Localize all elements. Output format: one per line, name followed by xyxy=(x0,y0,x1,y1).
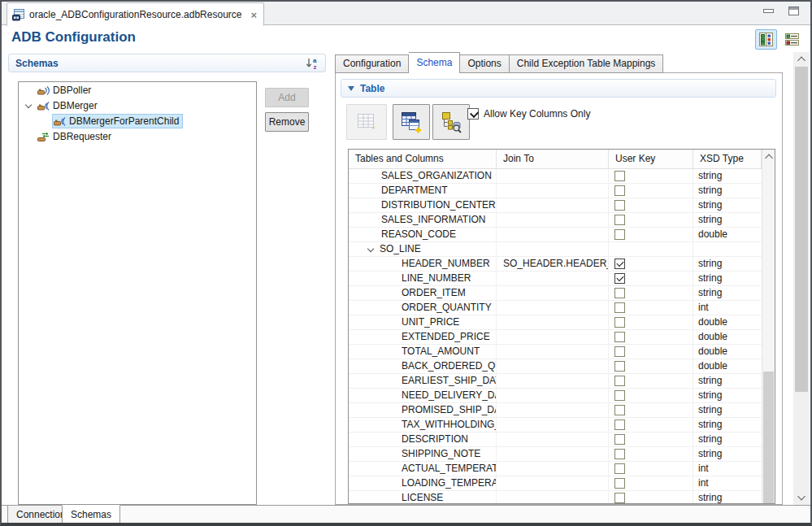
user-key-checkbox[interactable] xyxy=(614,493,625,503)
user-key-checkbox[interactable] xyxy=(614,434,625,445)
table-section-header[interactable]: Table xyxy=(341,79,776,98)
column-header-xsd-type[interactable]: XSD Type xyxy=(693,150,762,168)
user-key-checkbox[interactable] xyxy=(614,390,625,401)
user-key-checkbox[interactable] xyxy=(614,215,625,225)
cell-join-to[interactable] xyxy=(497,198,609,213)
table-row[interactable]: DEPARTMENTstring xyxy=(349,184,762,198)
user-key-checkbox[interactable] xyxy=(614,171,625,181)
table-row[interactable]: LOADING_TEMPERATURint xyxy=(349,476,762,491)
table-row[interactable]: DESCRIPTIONstring xyxy=(349,433,762,447)
tree-item-dbrequester[interactable]: DBRequester xyxy=(19,128,256,144)
user-key-checkbox[interactable] xyxy=(614,478,625,489)
cell-join-to[interactable] xyxy=(497,330,609,345)
cell-join-to[interactable] xyxy=(497,403,609,418)
table-row[interactable]: ORDER_ITEMstring xyxy=(349,286,762,301)
table-row[interactable]: SO_LINE xyxy=(349,242,762,257)
tab-configuration[interactable]: Configuration xyxy=(335,54,409,73)
allow-key-columns-checkbox[interactable] xyxy=(467,108,479,120)
user-key-checkbox[interactable] xyxy=(614,332,625,342)
scroll-up-icon[interactable] xyxy=(762,150,775,163)
panel-scrollbar-thumb[interactable] xyxy=(795,67,808,392)
collapse-triangle-icon[interactable] xyxy=(348,86,354,91)
table-row[interactable]: EXTENDED_PRICEdouble xyxy=(349,330,762,345)
tree-item-dbpoller[interactable]: DBPoller xyxy=(19,82,256,98)
user-key-checkbox[interactable] xyxy=(614,288,625,298)
form-columns-view-icon[interactable] xyxy=(755,29,777,50)
panel-vertical-scrollbar[interactable] xyxy=(793,52,810,505)
cell-join-to[interactable] xyxy=(497,242,609,257)
cell-join-to[interactable] xyxy=(497,213,609,228)
add-child-table-button[interactable] xyxy=(393,104,430,140)
cell-join-to[interactable] xyxy=(497,374,609,389)
table-row[interactable]: LINE_NUMBERstring xyxy=(349,272,762,286)
remove-button[interactable]: Remove xyxy=(265,112,309,132)
column-header-user-key[interactable]: User Key xyxy=(609,150,693,168)
restore-icon[interactable] xyxy=(788,7,799,15)
editor-tab[interactable]: oracle_ADBConfigurationResource.adbResou… xyxy=(7,2,264,26)
tab-options[interactable]: Options xyxy=(460,54,509,73)
tab-schemas[interactable]: Schemas xyxy=(62,505,120,524)
add-button[interactable]: Add xyxy=(265,88,309,107)
cell-join-to[interactable] xyxy=(497,359,609,374)
table-row[interactable]: DISTRIBUTION_CENTERstring xyxy=(349,198,762,213)
tab-child-exception-table-mappings[interactable]: Child Exception Table Mappings xyxy=(510,54,664,73)
table-row[interactable]: REASON_CODEdouble xyxy=(349,228,762,242)
tab-schema[interactable]: Schema xyxy=(409,52,460,73)
column-header-tables-and-columns[interactable]: Tables and Columns xyxy=(349,150,497,168)
user-key-checkbox[interactable] xyxy=(614,273,625,284)
form-rows-view-icon[interactable] xyxy=(781,29,803,50)
user-key-checkbox[interactable] xyxy=(614,302,625,313)
tree-item-dbmergerforparentchild[interactable]: DBMergerForParentChild xyxy=(19,113,256,128)
user-key-checkbox[interactable] xyxy=(614,346,625,357)
table-row[interactable]: SALES_INFORMATIONstring xyxy=(349,213,762,228)
user-key-checkbox[interactable] xyxy=(614,463,625,474)
minimize-icon[interactable] xyxy=(763,9,774,13)
cell-join-to[interactable] xyxy=(497,345,609,359)
cell-join-to[interactable] xyxy=(497,184,609,198)
table-row[interactable]: TOTAL_AMOUNTdouble xyxy=(349,345,762,359)
chevron-down-icon[interactable] xyxy=(367,246,374,252)
user-key-checkbox[interactable] xyxy=(614,419,625,430)
column-header-join-to[interactable]: Join To xyxy=(497,150,609,168)
cell-join-to[interactable] xyxy=(497,491,609,503)
table-row[interactable]: ACTUAL_TEMPERATUREint xyxy=(349,462,762,476)
user-key-checkbox[interactable] xyxy=(614,449,625,459)
cell-join-to[interactable] xyxy=(497,476,609,491)
cell-join-to[interactable] xyxy=(497,418,609,433)
parent-child-lookup-button[interactable] xyxy=(432,104,470,140)
user-key-checkbox[interactable] xyxy=(614,376,625,386)
table-row[interactable]: PROMISED_SHIP_DATEstring xyxy=(349,403,762,418)
user-key-checkbox[interactable] xyxy=(614,317,625,328)
table-scrollbar-thumb[interactable] xyxy=(763,372,774,503)
panel-scroll-down-icon[interactable] xyxy=(793,491,810,505)
table-row[interactable]: SALES_ORGANIZATIONstring xyxy=(349,169,762,184)
table-row[interactable]: TAX_WITHHOLDING_EXstring xyxy=(349,418,762,433)
cell-join-to[interactable] xyxy=(497,462,609,476)
table-row[interactable]: UNIT_PRICEdouble xyxy=(349,315,762,330)
cell-join-to[interactable]: SO_HEADER.HEADER_NU... xyxy=(497,257,609,272)
user-key-checkbox[interactable] xyxy=(614,229,625,240)
cell-join-to[interactable] xyxy=(497,433,609,447)
cell-join-to[interactable] xyxy=(497,389,609,403)
panel-scroll-up-icon[interactable] xyxy=(793,52,810,66)
cell-join-to[interactable] xyxy=(497,315,609,330)
table-row[interactable]: EARLIEST_SHIP_DATEstring xyxy=(349,374,762,389)
user-key-checkbox[interactable] xyxy=(614,259,625,269)
table-row[interactable]: ORDER_QUANTITYint xyxy=(349,301,762,315)
table-row[interactable]: HEADER_NUMBERSO_HEADER.HEADER_NU...strin… xyxy=(349,257,762,272)
cell-join-to[interactable] xyxy=(497,301,609,315)
close-icon[interactable]: × xyxy=(250,9,257,21)
table-row[interactable]: LICENSEstring xyxy=(349,491,762,503)
table-row[interactable]: SHIPPING_NOTEstring xyxy=(349,447,762,462)
cell-join-to[interactable] xyxy=(497,272,609,286)
cell-join-to[interactable] xyxy=(497,447,609,462)
table-row[interactable]: NEED_DELIVERY_DATEstring xyxy=(349,389,762,403)
cell-join-to[interactable] xyxy=(497,286,609,301)
table-vertical-scrollbar[interactable] xyxy=(762,150,775,503)
user-key-checkbox[interactable] xyxy=(614,200,625,211)
table-row[interactable]: BACK_ORDERED_QUANTdouble xyxy=(349,359,762,374)
cell-join-to[interactable] xyxy=(497,228,609,242)
user-key-checkbox[interactable] xyxy=(614,405,625,415)
sort-az-icon[interactable]: a z xyxy=(306,56,320,71)
user-key-checkbox[interactable] xyxy=(614,185,625,196)
